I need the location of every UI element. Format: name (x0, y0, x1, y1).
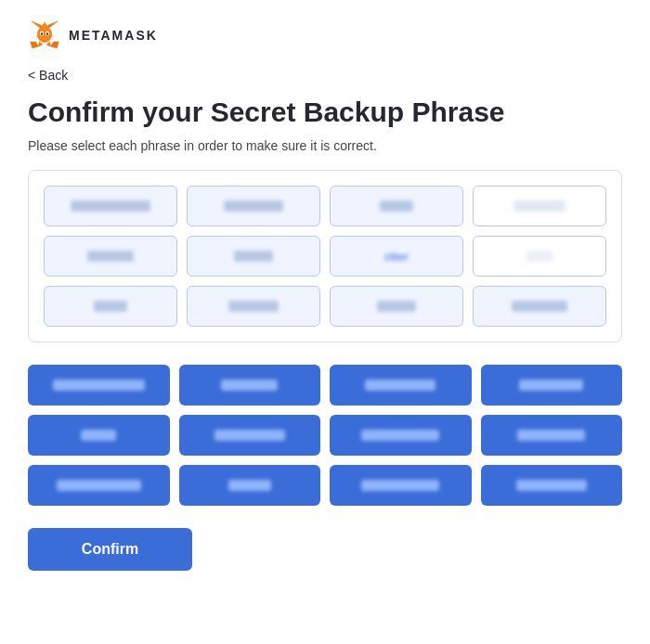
word-options-grid (28, 365, 622, 506)
svg-point-12 (41, 32, 43, 35)
svg-marker-6 (39, 42, 43, 46)
phrase-slot-3[interactable] (330, 186, 463, 226)
word-option-5[interactable] (28, 415, 170, 456)
svg-point-9 (37, 26, 52, 43)
phrase-slot-4[interactable] (473, 186, 606, 226)
option-blur-7 (361, 430, 439, 441)
phrase-blur-11 (377, 301, 417, 312)
svg-marker-2 (50, 42, 58, 48)
phrase-slot-9[interactable] (44, 286, 177, 327)
option-blur-1 (53, 380, 145, 391)
phrase-slots-grid: otter (44, 186, 606, 327)
phrase-blur-4 (514, 200, 566, 212)
phrase-blur-12 (512, 301, 567, 312)
metamask-logo-icon (28, 19, 61, 52)
option-blur-9 (57, 480, 142, 491)
word-option-1[interactable] (28, 365, 170, 406)
svg-marker-3 (31, 42, 39, 48)
phrase-slot-2[interactable] (187, 186, 320, 226)
option-blur-8 (517, 430, 585, 441)
header: METAMASK (28, 19, 622, 52)
word-option-11[interactable] (330, 465, 472, 506)
phrase-slot-5[interactable] (44, 236, 177, 277)
word-option-12[interactable] (481, 465, 623, 506)
word-option-2[interactable] (179, 365, 321, 406)
svg-point-13 (46, 32, 48, 35)
option-blur-5 (81, 430, 116, 441)
word-option-3[interactable] (330, 365, 472, 406)
phrase-confirmation-box: otter (28, 170, 622, 342)
phrase-slot-1[interactable] (44, 186, 177, 226)
phrase-slot-8[interactable] (473, 236, 606, 277)
option-blur-10 (228, 480, 271, 491)
option-blur-4 (519, 380, 583, 391)
option-blur-11 (361, 480, 439, 491)
logo-text: METAMASK (69, 28, 158, 43)
phrase-slot-10[interactable] (187, 286, 320, 327)
word-option-4[interactable] (481, 365, 623, 406)
word-option-7[interactable] (330, 415, 472, 456)
word-option-9[interactable] (28, 465, 170, 506)
word-option-10[interactable] (179, 465, 321, 506)
svg-marker-7 (46, 42, 50, 46)
phrase-blur-1 (71, 200, 150, 212)
option-blur-2 (221, 380, 278, 391)
phrase-blur-10 (228, 301, 279, 312)
subtitle-text: Please select each phrase in order to ma… (28, 138, 622, 153)
option-blur-12 (516, 480, 587, 491)
phrase-text-7: otter (384, 250, 409, 264)
phrase-blur-6 (234, 251, 274, 262)
phrase-blur-5 (87, 251, 134, 262)
phrase-blur-2 (224, 200, 283, 212)
phrase-slot-12[interactable] (473, 286, 606, 327)
option-blur-6 (214, 430, 285, 441)
phrase-blur-3 (380, 200, 413, 212)
phrase-blur-8 (526, 251, 552, 262)
back-button[interactable]: < Back (28, 68, 68, 83)
phrase-blur-9 (94, 301, 127, 312)
phrase-slot-7[interactable]: otter (330, 236, 463, 277)
phrase-slot-11[interactable] (330, 286, 463, 327)
option-blur-3 (365, 380, 436, 391)
phrase-slot-6[interactable] (187, 236, 320, 277)
word-option-6[interactable] (179, 415, 321, 456)
word-option-8[interactable] (481, 415, 623, 456)
page-title: Confirm your Secret Backup Phrase (28, 96, 622, 129)
confirm-button[interactable]: Confirm (28, 528, 192, 571)
